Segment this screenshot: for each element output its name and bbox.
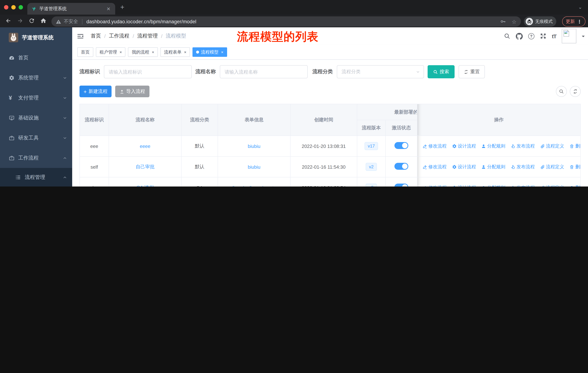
- sidebar-item-infra[interactable]: 基础设施: [0, 108, 72, 128]
- workflow-submenu: 流程管理 流程表单 用户分组: [0, 168, 72, 186]
- show-search-button[interactable]: [556, 86, 567, 97]
- security-warning-icon: [56, 19, 61, 24]
- sidebar-item-home[interactable]: 首页: [0, 48, 72, 68]
- breadcrumb-workflow[interactable]: 工作流程: [109, 33, 129, 39]
- sidebar: 芋道管理系统 首页 系统管理 ¥ 支付管理: [0, 27, 72, 186]
- paperclip-icon: [540, 185, 545, 186]
- page-content: 流程标识 流程名称 流程分类 流程分类 搜索 重置: [72, 60, 588, 186]
- sidebar-item-process-manage[interactable]: 流程管理: [0, 168, 72, 186]
- key-icon[interactable]: [500, 19, 506, 24]
- forward-button[interactable]: [17, 18, 23, 24]
- help-icon[interactable]: ?: [528, 33, 535, 39]
- window-minimize-button[interactable]: [11, 5, 16, 10]
- reset-button[interactable]: 重置: [459, 65, 485, 78]
- window-close-button[interactable]: [4, 5, 8, 10]
- tag-tenant[interactable]: 租户管理 ×: [96, 47, 126, 57]
- action-definition-link[interactable]: 流程定义: [540, 164, 564, 170]
- sidebar-item-system[interactable]: 系统管理: [0, 68, 72, 88]
- form-info-link[interactable]: biubiu: [248, 143, 260, 149]
- action-delete-link[interactable]: 删除: [569, 143, 580, 149]
- avatar-caret-icon[interactable]: [582, 36, 585, 39]
- home-button[interactable]: [40, 18, 47, 24]
- form-info-link[interactable]: /bpm/oa/leave/create: [232, 185, 276, 186]
- font-size-icon[interactable]: tT: [552, 33, 556, 39]
- action-design-link[interactable]: 设计流程: [452, 164, 476, 170]
- import-process-button[interactable]: 导入流程: [115, 86, 149, 97]
- active-toggle[interactable]: [394, 142, 408, 149]
- tab-title: 芋道管理系统: [39, 6, 105, 12]
- create-process-button[interactable]: + 新建流程: [79, 86, 112, 97]
- active-toggle[interactable]: [394, 163, 408, 170]
- col-header-form: 表单信息: [218, 104, 290, 136]
- action-definition-link[interactable]: 流程定义: [540, 184, 564, 186]
- table-row: eee eeee 默认 biubiu 2022-01-20 13:08:31 v…: [80, 136, 580, 156]
- screen: 芋道管理系统 ✕ + ⌄ 不安全 dashboard.yudao.iocoder…: [0, 0, 588, 186]
- url-text: dashboard.yudao.iocoder.cn/bpm/manager/m…: [86, 19, 196, 24]
- name-input[interactable]: [220, 65, 308, 78]
- tag-close-icon[interactable]: ×: [152, 50, 154, 54]
- sidebar-item-devtools[interactable]: 研发工具: [0, 128, 72, 148]
- action-definition-link[interactable]: 流程定义: [540, 143, 564, 149]
- toolbox-icon: [9, 135, 15, 141]
- sidebar-item-workflow[interactable]: 工作流程: [0, 148, 72, 168]
- action-assign-link[interactable]: 分配规则: [481, 184, 505, 186]
- sidebar-item-payment[interactable]: ¥ 支付管理: [0, 88, 72, 108]
- action-publish-link[interactable]: 发布流程: [511, 164, 535, 170]
- process-name-link[interactable]: OA 请假: [136, 185, 154, 186]
- trash-icon: [569, 185, 574, 186]
- breadcrumb-process-manage[interactable]: 流程管理: [137, 33, 158, 39]
- browser-update-button[interactable]: 更新 ⋮: [562, 16, 586, 27]
- col-header-category: 流程分类: [181, 104, 218, 136]
- search-icon[interactable]: [504, 33, 510, 39]
- breadcrumb-current: 流程模型: [166, 33, 186, 39]
- tab-search-chevron-icon[interactable]: ⌄: [578, 4, 582, 10]
- favicon-sprout-icon: [31, 6, 36, 11]
- action-delete-link[interactable]: 删除: [569, 184, 580, 186]
- action-edit-link[interactable]: 修改流程: [422, 143, 447, 149]
- tag-my-process[interactable]: 我的流程 ×: [128, 47, 158, 57]
- col-header-id: 流程标识: [80, 104, 109, 136]
- process-name-link[interactable]: 自己审批: [136, 164, 155, 169]
- url-bar[interactable]: 不安全 dashboard.yudao.iocoder.cn/bpm/manag…: [51, 16, 521, 27]
- action-assign-link[interactable]: 分配规则: [481, 164, 505, 170]
- hand-pointer-icon: [511, 144, 515, 148]
- tag-close-icon[interactable]: ×: [120, 50, 122, 54]
- form-info-link[interactable]: biubiu: [248, 164, 260, 170]
- col-header-actions: 操作: [417, 104, 580, 136]
- col-header-version: 流程版本: [357, 120, 386, 136]
- refresh-button[interactable]: [570, 86, 581, 97]
- tag-process-form[interactable]: 流程表单 ×: [160, 47, 190, 57]
- process-name-link[interactable]: eeee: [140, 143, 150, 149]
- new-tab-button[interactable]: +: [120, 3, 124, 11]
- hand-pointer-icon: [511, 185, 515, 186]
- action-publish-link[interactable]: 发布流程: [511, 184, 535, 186]
- back-button[interactable]: [5, 18, 12, 24]
- reload-button[interactable]: [28, 18, 35, 24]
- action-edit-link[interactable]: 修改流程: [422, 164, 447, 170]
- browser-tab[interactable]: 芋道管理系统 ✕: [27, 3, 115, 15]
- search-button[interactable]: 搜索: [428, 65, 455, 78]
- tag-close-icon[interactable]: ×: [184, 50, 187, 54]
- sidebar-collapse-icon[interactable]: [77, 33, 84, 40]
- key-input[interactable]: [104, 65, 192, 78]
- action-delete-link[interactable]: 删除: [569, 164, 580, 170]
- bookmark-star-icon[interactable]: ☆: [512, 19, 516, 24]
- version-badge: v17: [365, 142, 378, 150]
- tab-close-icon[interactable]: ✕: [105, 6, 112, 11]
- browser-menu-icon[interactable]: ⋮: [577, 19, 582, 24]
- action-design-link[interactable]: 设计流程: [452, 184, 476, 186]
- action-assign-link[interactable]: 分配规则: [481, 143, 505, 149]
- window-maximize-button[interactable]: [19, 5, 23, 10]
- action-edit-link[interactable]: 修改流程: [422, 184, 447, 186]
- avatar[interactable]: [562, 29, 576, 43]
- breadcrumb-home[interactable]: 首页: [91, 33, 101, 39]
- tag-process-model[interactable]: 流程模型 ×: [193, 47, 227, 57]
- github-icon[interactable]: [516, 33, 523, 40]
- action-publish-link[interactable]: 发布流程: [511, 143, 535, 149]
- fullscreen-icon[interactable]: [540, 33, 546, 39]
- action-design-link[interactable]: 设计流程: [452, 143, 476, 149]
- category-select[interactable]: 流程分类: [337, 65, 424, 78]
- tag-home[interactable]: 首页: [77, 47, 93, 57]
- active-toggle[interactable]: [394, 184, 408, 186]
- tag-close-icon[interactable]: ×: [221, 50, 223, 54]
